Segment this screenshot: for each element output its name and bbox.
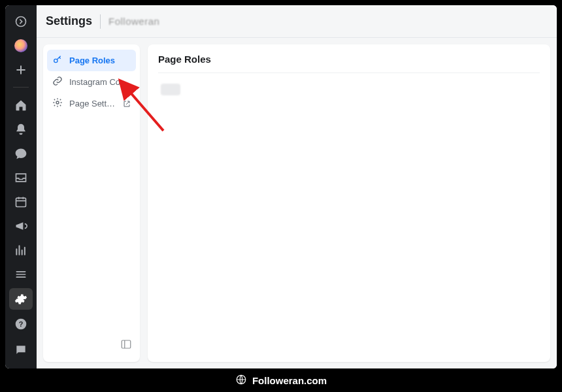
nav-item-instagram-connection[interactable]: Instagram Conn…: [47, 71, 136, 93]
svg-rect-6: [122, 340, 131, 348]
feedback-icon[interactable]: [9, 338, 33, 362]
content-placeholder: [161, 84, 180, 95]
svg-point-4: [54, 59, 58, 62]
home-icon[interactable]: [9, 94, 33, 116]
settings-sidebar: Page Roles Instagram Conn… Page Settings: [43, 44, 140, 362]
main-area: Settings Followeran Page Roles: [37, 5, 557, 368]
title-divider: [100, 14, 101, 29]
inbox-icon[interactable]: [9, 167, 33, 188]
plus-icon[interactable]: [9, 59, 33, 80]
svg-point-5: [56, 101, 59, 104]
insights-icon[interactable]: [9, 240, 33, 261]
globe-icon: [235, 374, 247, 387]
collapse-sidebar-button[interactable]: [116, 335, 136, 357]
nav-item-label: Page Settings: [69, 99, 116, 108]
nav-item-page-roles[interactable]: Page Roles: [47, 50, 136, 71]
svg-text:?: ?: [19, 320, 24, 328]
expand-icon[interactable]: [9, 10, 33, 32]
app-rail: ?: [5, 5, 37, 368]
chat-icon[interactable]: [9, 142, 33, 164]
content-title: Page Roles: [158, 54, 540, 73]
svg-rect-1: [16, 198, 26, 206]
megaphone-icon[interactable]: [9, 216, 33, 237]
watermark: Followeran.com: [0, 368, 562, 392]
rail-separator: [13, 87, 29, 88]
menu-icon[interactable]: [9, 264, 33, 286]
bell-icon[interactable]: [9, 118, 33, 140]
calendar-icon[interactable]: [9, 191, 33, 213]
external-link-icon: [123, 100, 131, 108]
page-title: Settings: [46, 14, 92, 28]
content-panel: Page Roles: [148, 44, 550, 362]
nav-item-label: Page Roles: [69, 56, 131, 65]
topbar: Settings Followeran: [37, 5, 557, 38]
nav-item-page-settings[interactable]: Page Settings: [47, 93, 136, 114]
link-icon: [52, 76, 63, 88]
watermark-text: Followeran.com: [252, 375, 327, 386]
key-icon: [52, 54, 63, 67]
nav-item-label: Instagram Conn…: [69, 77, 131, 87]
svg-point-0: [16, 16, 26, 26]
gear-icon: [52, 97, 63, 110]
content-body: [158, 73, 540, 106]
gear-icon[interactable]: [9, 288, 33, 310]
help-icon[interactable]: ?: [9, 312, 33, 336]
palette-icon[interactable]: [9, 35, 33, 56]
page-subtitle: Followeran: [108, 16, 159, 27]
